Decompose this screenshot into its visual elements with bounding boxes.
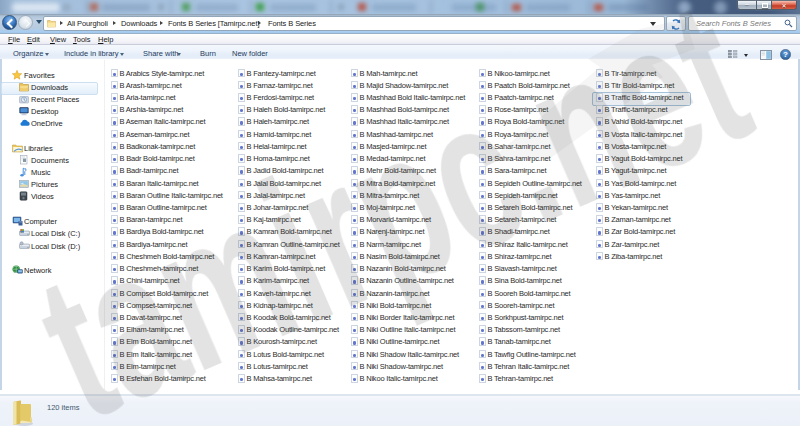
- svg-text:?: ?: [783, 50, 788, 59]
